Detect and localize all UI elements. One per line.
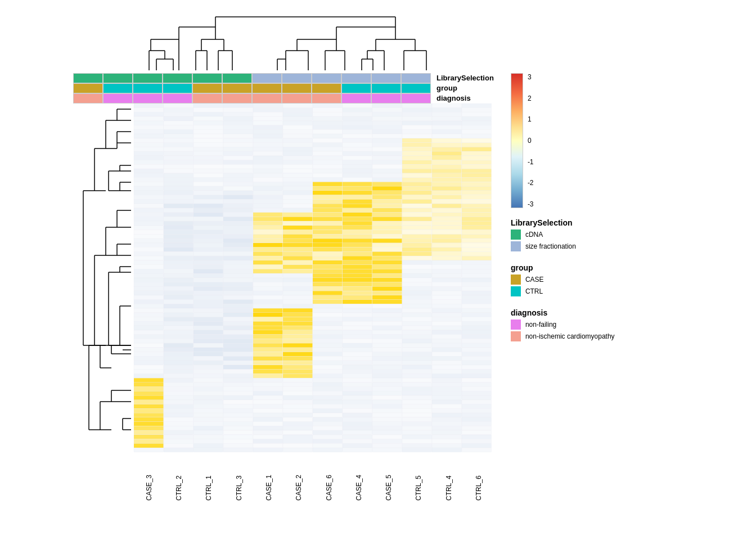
svg-rect-517 [164,248,194,251]
svg-rect-433 [164,217,194,221]
svg-rect-523 [343,248,372,251]
svg-rect-270 [313,156,343,160]
svg-rect-261 [402,151,432,155]
svg-rect-196 [253,130,283,134]
svg-rect-649 [164,295,194,299]
svg-rect-195 [223,130,253,134]
svg-rect-962 [194,409,223,413]
svg-rect-500 [372,238,402,242]
svg-rect-583 [343,269,372,273]
svg-rect-645 [402,291,432,295]
col-label-case2: CASE_2 [285,452,313,503]
legend-text-ctrl: CTRL [525,287,543,295]
svg-rect-598 [432,273,462,277]
svg-rect-250 [432,147,462,151]
svg-rect-826 [432,357,462,361]
svg-rect-439 [343,217,372,221]
svg-rect-501 [402,238,432,242]
svg-rect-1072 [253,448,283,452]
svg-rect-282 [313,160,343,164]
svg-rect-182 [194,125,223,129]
svg-rect-875 [462,374,492,378]
svg-rect-410 [194,208,223,212]
svg-rect-279 [223,160,253,164]
svg-rect-129 [402,104,432,107]
svg-rect-711 [223,317,253,321]
svg-rect-710 [194,317,223,321]
svg-rect-998 [194,422,223,426]
svg-rect-707 [462,313,492,317]
svg-rect-340 [253,182,283,186]
svg-rect-404 [372,204,402,208]
svg-rect-885 [402,378,432,382]
svg-rect-738 [313,326,343,330]
svg-rect-829 [164,361,194,364]
svg-rect-780 [134,343,164,347]
svg-rect-836 [372,361,402,364]
svg-rect-897 [402,382,432,386]
svg-rect-815 [462,352,492,356]
heatmap-section: LibrarySelection grou [17,11,494,503]
svg-rect-943 [343,400,372,404]
svg-rect-132 [134,108,164,112]
svg-rect-753 [402,330,432,334]
svg-rect-206 [194,134,223,138]
svg-rect-137 [283,108,313,112]
svg-rect-172 [253,121,283,125]
legend-section: 3 2 1 0 -1 -2 -3 LibrarySelection cDNA s… [511,73,615,343]
svg-rect-515 [462,243,492,247]
svg-rect-293 [283,165,313,169]
svg-rect-567 [223,265,253,269]
svg-rect-1037 [283,435,313,439]
svg-rect-806 [194,352,223,356]
svg-rect-257 [283,151,313,155]
svg-rect-557 [283,260,313,264]
svg-rect-653 [283,295,313,299]
svg-rect-921 [402,392,432,395]
svg-rect-337 [164,182,194,186]
svg-rect-269 [283,156,313,160]
svg-rect-956 [372,404,402,408]
svg-rect-397 [164,204,194,208]
svg-rect-450 [313,221,343,225]
svg-rect-620 [372,282,402,286]
svg-rect-219 [223,138,253,142]
svg-rect-766 [432,335,462,339]
color-bar [511,73,523,208]
svg-rect-678 [313,304,343,308]
svg-rect-894 [313,382,343,386]
svg-rect-186 [313,125,343,129]
svg-rect-606 [313,278,343,282]
svg-rect-368 [372,191,402,195]
svg-rect-459 [223,226,253,230]
svg-rect-688 [253,308,283,312]
svg-rect-493 [164,238,194,242]
svg-rect-1012 [253,426,283,430]
svg-rect-1058 [194,444,223,448]
svg-rect-1069 [164,448,194,452]
svg-rect-879 [223,378,253,382]
bar-cell [401,73,431,83]
svg-rect-360 [134,191,164,195]
svg-rect-839 [462,361,492,364]
svg-rect-484 [253,235,283,238]
svg-rect-595 [343,273,372,277]
svg-rect-169 [164,121,194,125]
svg-rect-776 [372,339,402,343]
svg-rect-681 [402,304,432,308]
svg-rect-1070 [194,448,223,452]
svg-rect-1060 [253,444,283,448]
bar-cell [282,93,312,104]
svg-rect-246 [313,147,343,151]
svg-rect-762 [313,335,343,339]
svg-rect-976 [253,413,283,417]
svg-rect-656 [372,295,402,299]
svg-rect-506 [194,243,223,247]
svg-rect-383 [462,195,492,199]
svg-rect-677 [283,304,313,308]
svg-rect-149 [283,112,313,116]
svg-rect-941 [283,400,313,404]
bar-cell [341,93,371,104]
bar-cell [163,83,192,93]
svg-rect-1022 [194,430,223,434]
